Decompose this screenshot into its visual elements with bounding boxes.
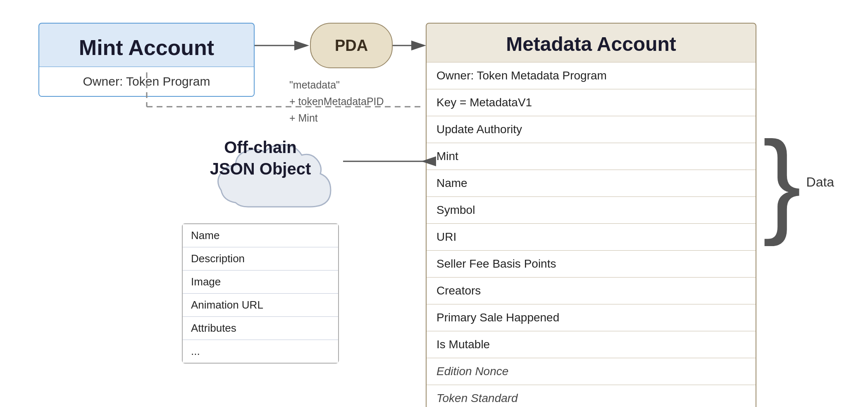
metadata-row: Is Mutable bbox=[427, 331, 756, 358]
diagram-container: Mint Account Owner: Token Program PDA "m… bbox=[0, 0, 868, 407]
metadata-row: Symbol bbox=[427, 196, 756, 223]
cloud-shape bbox=[182, 124, 339, 232]
pda-box: PDA bbox=[310, 23, 393, 68]
metadata-row: Token Standard bbox=[427, 385, 756, 407]
json-box: NameDescriptionImageAnimation URLAttribu… bbox=[182, 223, 339, 364]
json-row: Name bbox=[183, 224, 338, 247]
pda-label: PDA bbox=[335, 37, 368, 55]
data-brace: } Data bbox=[763, 124, 834, 240]
metadata-row: Mint bbox=[427, 143, 756, 170]
metadata-row: Key = MetadataV1 bbox=[427, 89, 756, 116]
json-row: Image bbox=[183, 270, 338, 293]
json-row: Attributes bbox=[183, 316, 338, 340]
metadata-row: Seller Fee Basis Points bbox=[427, 250, 756, 277]
json-row: ... bbox=[183, 340, 338, 363]
metadata-row: Owner: Token Metadata Program bbox=[427, 62, 756, 89]
json-row: Description bbox=[183, 247, 338, 270]
metadata-account-box: Metadata Account Owner: Token Metadata P… bbox=[426, 23, 756, 407]
metadata-row: Update Authority bbox=[427, 116, 756, 143]
metadata-row: Primary Sale Happened bbox=[427, 304, 756, 331]
mint-account-box: Mint Account Owner: Token Program bbox=[38, 23, 255, 97]
metadata-row: URI bbox=[427, 223, 756, 250]
metadata-row: Creators bbox=[427, 277, 756, 304]
metadata-row: Edition Nonce bbox=[427, 358, 756, 385]
metadata-account-title: Metadata Account bbox=[427, 24, 756, 62]
pda-subtitle: "metadata" + tokenMetadataPID + Mint bbox=[289, 77, 384, 126]
mint-account-owner: Owner: Token Program bbox=[39, 67, 254, 96]
json-row: Animation URL bbox=[183, 293, 338, 316]
mint-account-title: Mint Account bbox=[39, 24, 254, 67]
brace-symbol: } bbox=[763, 124, 801, 240]
metadata-row: Name bbox=[427, 170, 756, 196]
data-label: Data bbox=[806, 175, 835, 190]
